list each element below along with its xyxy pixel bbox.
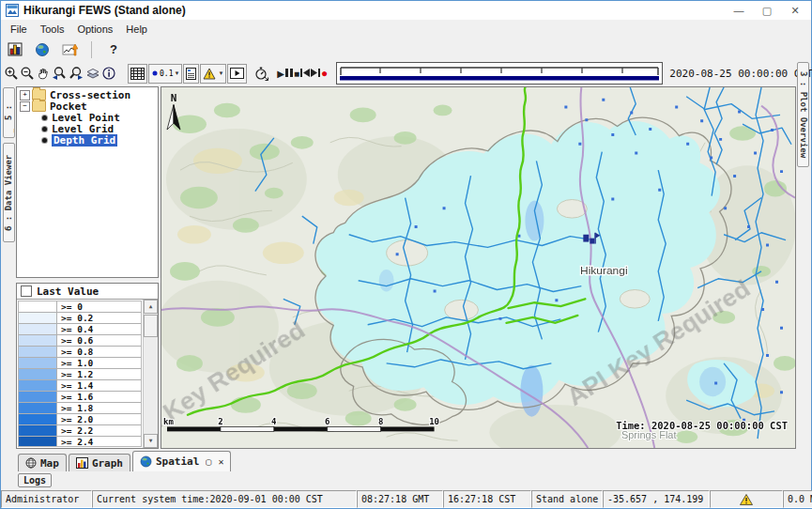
svg-text:km: km: [163, 417, 174, 426]
status-local-time: 16:27:18 CST: [443, 490, 531, 508]
last-value-checkbox[interactable]: [21, 285, 32, 297]
svg-text:4: 4: [271, 417, 276, 426]
zoom-previous-icon[interactable]: [52, 64, 68, 83]
status-coordinates: -35.657 , 174.199: [603, 490, 710, 508]
zoom-out-icon[interactable]: [20, 64, 35, 83]
legend-swatch: [19, 335, 57, 346]
contour-interval-dropdown[interactable]: 0.1 ▼: [148, 64, 182, 84]
status-transfer-rate: 0.0 MB/s: [783, 490, 812, 508]
grid-toggle-icon[interactable]: [128, 64, 147, 84]
status-system-time: Current system time:2020-09-01 00:00 CST: [92, 490, 357, 508]
zoom-next-icon[interactable]: [69, 64, 84, 83]
legend-row: >= 1.4: [19, 380, 141, 392]
pan-hand-icon[interactable]: [36, 64, 51, 83]
status-gmt-time: 08:27:18 GMT: [357, 490, 443, 508]
tree-row[interactable]: Depth Grid: [20, 134, 158, 146]
first-step-button[interactable]: [300, 69, 310, 79]
status-user: Administrator: [1, 490, 92, 508]
expand-plus-icon[interactable]: +: [20, 90, 30, 100]
title-bar: Hikurangi FEWS (Stand alone) — ▢ ✕: [1, 1, 811, 20]
tab-close-icon[interactable]: ✕: [218, 456, 223, 467]
menu-bar: File Tools Options Help: [1, 20, 811, 38]
legend-scrollbar[interactable]: ▲ ▼: [143, 300, 158, 448]
last-step-button[interactable]: [311, 69, 320, 79]
legend-swatch: [19, 347, 57, 357]
svg-text:8: 8: [378, 417, 383, 426]
app-logo-icon: [6, 4, 19, 17]
left-tab-strip: 5 : Forecast 6 : Data Viewer: [1, 85, 16, 450]
leaf-bullet-icon: [42, 138, 47, 143]
tree-item-label-selected[interactable]: Depth Grid: [52, 134, 117, 147]
zoom-in-icon[interactable]: [4, 64, 19, 83]
app-window: Hikurangi FEWS (Stand alone) — ▢ ✕ File …: [0, 0, 812, 509]
legend-row: >= 1.0: [19, 358, 141, 369]
timeline-slider[interactable]: [336, 62, 663, 85]
tab-forecast[interactable]: 5 : Forecast: [3, 87, 15, 138]
leaf-bullet-icon: [42, 116, 47, 120]
legend-swatch: [19, 392, 57, 402]
warning-icon: [740, 494, 753, 505]
tab-plot-overview[interactable]: 3 : Plot Overview: [797, 62, 809, 167]
main-area: 5 : Forecast 6 : Data Viewer + Cross-sec…: [1, 85, 811, 450]
tab-data-viewer[interactable]: 6 : Data Viewer: [3, 143, 15, 242]
legend-row: >= 1.8: [19, 403, 141, 414]
contour-interval-value: 0.1: [160, 69, 173, 78]
folder-icon: [32, 100, 46, 112]
layer-tree: + Cross-section − Pocket Level Point Lev…: [16, 86, 159, 278]
movie-player-icon[interactable]: [227, 64, 247, 84]
legend-row: >= 0.6: [19, 335, 141, 347]
legend-swatch: [19, 425, 57, 436]
stop-button[interactable]: ■: [294, 69, 299, 79]
globe-wireframe-icon: [25, 457, 37, 469]
menu-options[interactable]: Options: [70, 22, 119, 37]
tab-restore-icon[interactable]: ▢: [206, 456, 211, 467]
tab-graph[interactable]: Graph: [69, 454, 130, 471]
map-time-label: Time: 2020-08-25 00:00:00 CST: [616, 421, 788, 432]
database-display-icon[interactable]: [5, 40, 25, 59]
tab-map[interactable]: Map: [18, 454, 67, 471]
animation-settings-icon[interactable]: [253, 64, 268, 83]
info-icon[interactable]: [101, 64, 116, 83]
scroll-down-icon[interactable]: ▼: [144, 434, 158, 448]
scroll-up-icon[interactable]: ▲: [144, 300, 158, 314]
status-warning-cell[interactable]: [710, 490, 783, 508]
help-button[interactable]: ?: [103, 40, 124, 59]
tree-row[interactable]: Level Point: [20, 112, 158, 123]
right-tab-strip: 3 : Plot Overview: [796, 85, 811, 450]
menu-file[interactable]: File: [4, 22, 34, 37]
minimize-button[interactable]: —: [725, 2, 753, 19]
logs-button[interactable]: Logs: [18, 473, 52, 487]
close-button[interactable]: ✕: [781, 2, 809, 19]
legend-swatch: [19, 369, 57, 379]
record-button[interactable]: ●: [321, 67, 328, 80]
maximize-button[interactable]: ▢: [753, 2, 781, 19]
svg-text:6: 6: [325, 417, 329, 426]
play-button[interactable]: ▶: [277, 69, 284, 79]
svg-text:10: 10: [429, 417, 439, 426]
spatial-display-icon[interactable]: [32, 40, 53, 59]
logs-row: Logs: [1, 471, 811, 489]
bar-chart-icon: [76, 457, 88, 469]
menu-tools[interactable]: Tools: [34, 22, 71, 37]
svg-text:N: N: [171, 92, 177, 104]
status-bar: Administrator Current system time:2020-0…: [1, 490, 811, 508]
map-canvas[interactable]: API Key Required API Key Required Hikura…: [161, 86, 796, 449]
tab-spatial[interactable]: Spatial ▢ ✕: [132, 451, 231, 471]
legend-row: >= 0.2: [19, 313, 141, 324]
layers-icon[interactable]: [85, 64, 100, 83]
status-mode: Stand alone: [531, 490, 603, 508]
tree-row[interactable]: Level Grid: [20, 123, 158, 134]
tree-row[interactable]: − Pocket: [20, 100, 158, 112]
menu-help[interactable]: Help: [119, 22, 154, 37]
scrollbar-thumb[interactable]: [144, 315, 158, 337]
pause-button[interactable]: [285, 69, 293, 79]
map-toolbar: 0.1 ▼ ▼ ▶ ■ ●: [1, 61, 811, 85]
tree-row[interactable]: + Cross-section: [20, 89, 158, 100]
legend-panel-icon[interactable]: [183, 64, 199, 84]
timeseries-display-icon[interactable]: [59, 40, 80, 59]
left-panel: + Cross-section − Pocket Level Point Lev…: [16, 85, 161, 450]
current-timestep-label: 2020-08-25 00:00:00 CST: [669, 68, 812, 80]
collapse-minus-icon[interactable]: −: [20, 101, 30, 112]
warnings-dropdown[interactable]: ▼: [200, 64, 226, 84]
bottom-tab-bar: Map Graph Spatial ▢ ✕: [1, 450, 811, 471]
